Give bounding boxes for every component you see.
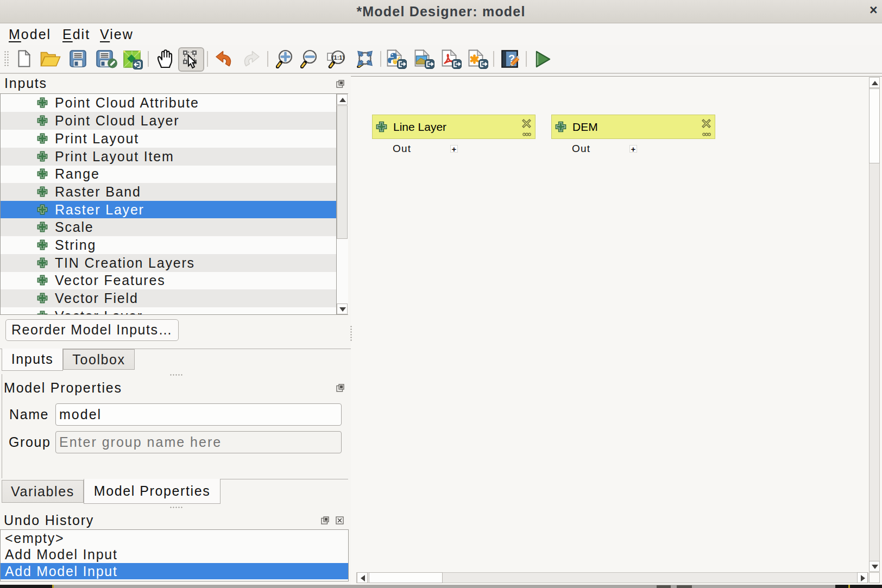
svg-text:(1:1): (1:1) bbox=[332, 54, 345, 61]
